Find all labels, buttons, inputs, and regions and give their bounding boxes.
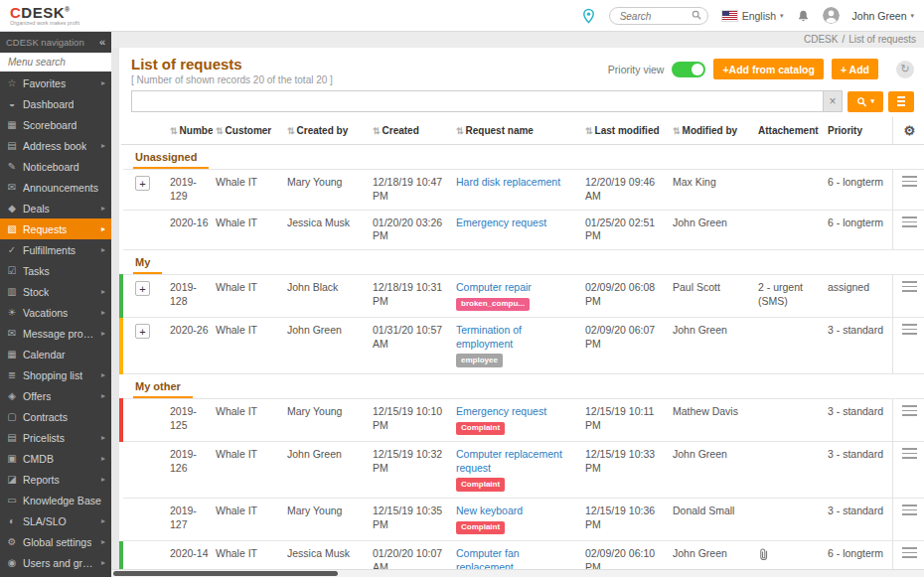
column-header-name[interactable]: ⇅Request name xyxy=(453,117,582,145)
search-button[interactable]: ▾ xyxy=(847,91,883,112)
sidebar-item-deals[interactable]: ◆Deals▸ xyxy=(0,198,111,218)
collapse-sidebar-button[interactable]: « xyxy=(99,36,105,48)
sidebar-item-announcements[interactable]: ✉Announcements xyxy=(0,177,111,198)
sidebar-item-favorites[interactable]: ☆Favorites▸ xyxy=(0,72,111,93)
user-menu[interactable]: John Green ▾ xyxy=(852,10,914,22)
row-menu-button[interactable] xyxy=(902,216,917,227)
request-name-link[interactable]: Computer repair xyxy=(456,281,532,293)
expand-row-button[interactable]: + xyxy=(135,324,150,339)
sidebar-item-global-settings[interactable]: ⚙Global settings▸ xyxy=(0,531,111,552)
cell-customer: Whale IT xyxy=(213,318,284,374)
sidebar-item-contracts[interactable]: ▢Contracts xyxy=(0,406,111,427)
sidebar-item-users-and-groups[interactable]: ◉Users and groups▸ xyxy=(0,552,111,573)
row-menu-button[interactable] xyxy=(902,324,917,335)
column-header-modified-by[interactable]: ⇅Modified by xyxy=(670,117,755,145)
column-header-created[interactable]: ⇅Created xyxy=(370,117,453,145)
menu-search-input[interactable] xyxy=(0,53,111,72)
cell-expand xyxy=(121,210,167,249)
column-header-label: Request name xyxy=(466,125,534,136)
global-search xyxy=(609,6,708,26)
column-header-number[interactable]: ⇅Number xyxy=(167,117,213,145)
sidebar-item-requests[interactable]: ▧Requests▸ xyxy=(0,218,111,239)
sidebar-item-fulfillments[interactable]: ✓Fulfillments▸ xyxy=(0,239,111,260)
cdesk-logo[interactable]: CDESK® Organized work makes profit xyxy=(10,5,79,27)
sort-icon[interactable]: ⇅ xyxy=(287,126,295,136)
avatar[interactable] xyxy=(823,7,840,24)
page-title: List of requests xyxy=(131,56,333,72)
sidebar-header-label: CDESK navigation xyxy=(6,37,84,48)
sidebar-item-message-processing[interactable]: ✉Message processing▸ xyxy=(0,323,111,344)
add-button[interactable]: + Add xyxy=(832,59,878,79)
group-header-row: Unassigned xyxy=(121,145,924,170)
add-from-catalog-button[interactable]: +Add from catalog xyxy=(713,59,823,79)
sort-icon[interactable]: ⇅ xyxy=(170,126,178,136)
filter-menu-button[interactable] xyxy=(888,91,914,112)
sidebar-item-offers[interactable]: ◈Offers▸ xyxy=(0,385,111,406)
row-menu-button[interactable] xyxy=(902,505,917,515)
sidebar-item-cmdb[interactable]: ▣CMDB▸ xyxy=(0,448,111,469)
row-menu-button[interactable] xyxy=(902,547,917,558)
sidebar-item-shopping-list[interactable]: ≣Shopping list▸ xyxy=(0,364,111,385)
sidebar-item-knowledge-base[interactable]: ▭Knowledge Base xyxy=(0,490,111,510)
scrollbar-thumb[interactable] xyxy=(113,571,338,576)
sort-icon[interactable]: ⇅ xyxy=(373,126,381,136)
breadcrumb-root[interactable]: CDESK xyxy=(804,34,838,45)
cell-created-by: Mary Young xyxy=(284,399,370,442)
sidebar-item-tasks[interactable]: ☑Tasks xyxy=(0,260,111,281)
request-name-link[interactable]: Computer replacement request xyxy=(456,448,562,474)
sidebar-item-scoreboard[interactable]: ▦Scoreboard xyxy=(0,114,111,135)
sidebar-item-reports[interactable]: ◪Reports▸ xyxy=(0,469,111,490)
expand-row-button[interactable]: + xyxy=(135,176,150,191)
row-menu-button[interactable] xyxy=(902,281,917,292)
request-name-link[interactable]: Emergency request xyxy=(456,405,546,417)
clear-filter-button[interactable]: × xyxy=(823,90,843,112)
sort-icon[interactable]: ⇅ xyxy=(456,126,464,136)
cell-menu xyxy=(892,399,924,442)
sidebar-item-address-book[interactable]: ▤Address book▸ xyxy=(0,135,111,156)
group-label: Unassigned xyxy=(133,145,209,169)
cell-number: 2019-125 xyxy=(167,399,213,442)
sidebar-item-dashboard[interactable]: ◒Dashboard xyxy=(0,93,111,114)
logo-registered-mark: ® xyxy=(65,6,71,13)
column-header-attachment[interactable]: Attachement xyxy=(755,117,825,145)
cell-priority: 3 - standard xyxy=(825,442,892,499)
request-name-link[interactable]: Termination of employment xyxy=(456,324,522,350)
column-header-priority[interactable]: Priority xyxy=(825,117,892,145)
sidebar-item-noticeboard[interactable]: ✎Noticeboard xyxy=(0,156,111,177)
cell-expand xyxy=(121,399,167,442)
table-settings-gear-icon[interactable]: ⚙ xyxy=(903,123,915,138)
cell-menu xyxy=(892,170,924,210)
row-menu-button[interactable] xyxy=(902,405,917,416)
column-header-created-by[interactable]: ⇅Created by xyxy=(284,117,370,145)
table-row: +2019-129Whale ITMary Young12/18/19 10:4… xyxy=(121,170,924,210)
horizontal-scrollbar[interactable] xyxy=(111,569,924,577)
sort-icon[interactable]: ⇅ xyxy=(585,126,593,136)
cell-last-modified: 12/15/19 10:36 PM xyxy=(582,498,670,540)
sort-icon[interactable]: ⇅ xyxy=(216,126,224,136)
chevron-right-icon: ▸ xyxy=(101,391,105,400)
row-menu-button[interactable] xyxy=(902,176,917,187)
column-header-last-modified[interactable]: ⇅Last modified xyxy=(582,117,670,145)
paperclip-icon[interactable] xyxy=(758,551,769,563)
sidebar-item-calendar[interactable]: ▦Calendar xyxy=(0,344,111,364)
language-selector[interactable]: English ▾ xyxy=(721,10,784,22)
priority-view-toggle[interactable] xyxy=(672,62,705,77)
offers-icon: ◈ xyxy=(6,390,18,401)
request-name-link[interactable]: Hard disk replacement xyxy=(456,176,560,188)
sidebar-item-sla-slo[interactable]: ◐SLA/SLO▸ xyxy=(0,510,111,531)
sidebar-item-stock[interactable]: ▥Stock▸ xyxy=(0,281,111,302)
flag-icon xyxy=(721,10,738,22)
sidebar-item-vacations[interactable]: ☀Vacations▸ xyxy=(0,302,111,323)
row-menu-button[interactable] xyxy=(902,448,917,459)
request-name-link[interactable]: New keyboard xyxy=(456,505,523,516)
location-pin-icon[interactable] xyxy=(581,8,596,24)
expand-row-button[interactable]: + xyxy=(135,281,150,296)
cell-customer: Whale IT xyxy=(213,498,284,540)
column-header-customer[interactable]: ⇅Customer xyxy=(213,117,284,145)
notifications-bell-icon[interactable] xyxy=(797,9,810,23)
sort-icon[interactable]: ⇅ xyxy=(673,126,681,136)
refresh-icon[interactable]: ↻ xyxy=(896,61,914,78)
filter-input[interactable] xyxy=(131,90,823,112)
sidebar-item-pricelists[interactable]: ▤Pricelists▸ xyxy=(0,427,111,448)
request-name-link[interactable]: Emergency request xyxy=(456,216,546,228)
